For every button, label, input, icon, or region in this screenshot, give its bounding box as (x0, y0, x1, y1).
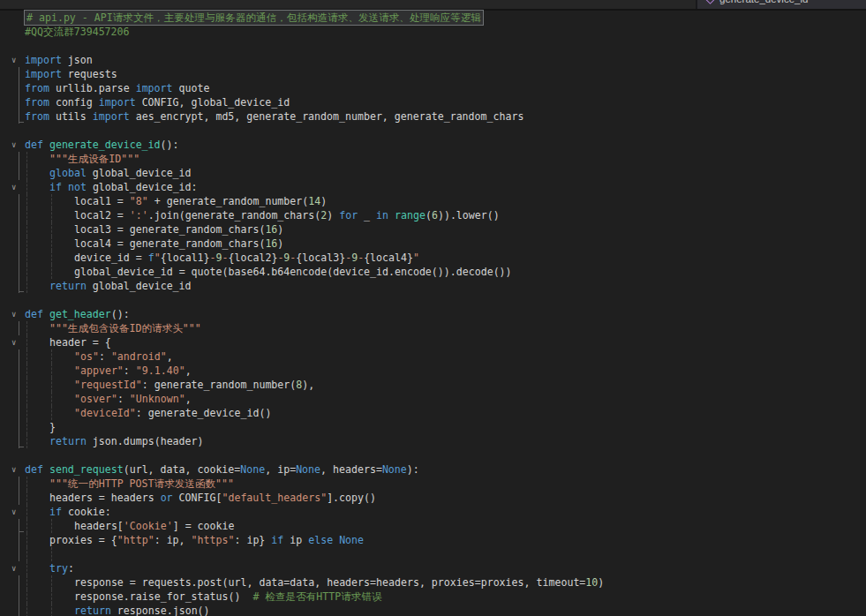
gutter (0, 81, 25, 95)
indent-guide (26, 434, 27, 448)
code-line[interactable]: local2 = ':'.join(generate_random_chars(… (0, 208, 866, 222)
code-line[interactable]: local4 = generate_random_chars(16) (0, 237, 866, 251)
code-line[interactable]: headers['Cookie'] = cookie (0, 519, 866, 533)
code-token: from (25, 96, 49, 109)
fold-range-line (19, 194, 19, 208)
code-token: " (154, 252, 161, 264)
code-line[interactable]: ∨if cookie: (0, 505, 866, 519)
code-token: 16 (265, 223, 277, 236)
code-line[interactable] (0, 39, 866, 53)
indent-guide (51, 519, 52, 533)
code-token: # api.py - API请求文件，主要处理与服务器的通信，包括构造请求、发送… (26, 11, 481, 24)
fold-chevron-icon[interactable]: ∨ (11, 53, 16, 67)
code-token: None (382, 463, 407, 476)
line-content: global global_device_id (49, 166, 192, 180)
line-content: "requestId": generate_random_number(8), (74, 378, 314, 392)
line-content: if cookie: (49, 505, 111, 519)
gutter: ∨ (0, 505, 25, 519)
code-line[interactable]: # api.py - API请求文件，主要处理与服务器的通信，包括构造请求、发送… (0, 11, 866, 25)
fold-chevron-icon[interactable]: ∨ (11, 462, 16, 477)
fold-range-line (19, 152, 19, 166)
symbol-popup[interactable]: generate_device_id (696, 0, 866, 10)
fold-range-line (19, 222, 19, 237)
code-line[interactable] (0, 547, 866, 561)
code-area[interactable]: # api.py - API请求文件，主要处理与服务器的通信，包括构造请求、发送… (0, 11, 866, 616)
code-token: else (308, 534, 333, 546)
code-line[interactable]: ∨try: (0, 561, 866, 575)
code-line[interactable]: headers = headers or CONFIG["default_hea… (0, 491, 866, 505)
code-line-text (25, 124, 866, 138)
fold-range-line (19, 547, 19, 561)
indent-guide (26, 321, 27, 335)
code-line[interactable]: return json.dumps(header) (0, 434, 866, 448)
code-line[interactable]: ∨import json (0, 53, 866, 67)
code-line[interactable]: from utils import aes_encrypt, md5, gene… (0, 109, 866, 124)
code-line[interactable]: "deviceId": generate_device_id() (0, 406, 866, 420)
code-line[interactable]: device_id = f"{local1}-9-{local2}-9-{loc… (0, 251, 866, 265)
code-line-text (25, 293, 866, 307)
code-token: - (222, 252, 229, 264)
code-line[interactable]: response.raise_for_status() # 检查是否有HTTP请… (0, 590, 866, 604)
symbol-method-icon (704, 0, 716, 4)
fold-chevron-icon[interactable]: ∨ (11, 180, 16, 194)
code-line[interactable]: ∨def get_header(): (0, 307, 866, 321)
code-line[interactable]: "os": "android", (0, 349, 866, 364)
code-token: 6 (432, 209, 438, 222)
code-token: cookie: (62, 506, 111, 518)
indent-guide (26, 477, 27, 491)
code-line[interactable]: return global_device_id (0, 279, 866, 293)
code-line[interactable]: return response.json() (0, 604, 866, 616)
code-line[interactable]: local1 = "8" + generate_random_number(14… (0, 194, 866, 208)
code-line[interactable]: global global_device_id (0, 166, 866, 180)
code-line[interactable]: """生成包含设备ID的请求头""" (0, 321, 866, 335)
code-token: .join(generate_random_chars( (148, 209, 320, 222)
code-token: "android" (111, 350, 167, 363)
code-line[interactable]: from config import CONFIG, global_device… (0, 95, 866, 109)
gutter (0, 434, 25, 448)
fold-range-line (19, 279, 19, 293)
line-content: local1 = "8" + generate_random_number(14… (74, 194, 327, 208)
code-token: global_device_id: (87, 181, 198, 193)
code-token: " (413, 252, 419, 264)
code-token: def (25, 308, 49, 320)
code-line[interactable] (0, 448, 866, 462)
fold-chevron-icon[interactable]: ∨ (11, 505, 16, 519)
code-line[interactable]: ∨def send_request(url, data, cookie=None… (0, 462, 866, 477)
code-line[interactable]: import requests (0, 67, 866, 81)
code-line[interactable]: proxies = {"http": ip, "https": ip} if i… (0, 533, 866, 547)
indent-guide (51, 406, 52, 420)
fold-range-line (19, 477, 19, 491)
code-line[interactable]: """生成设备ID""" (0, 152, 866, 166)
code-line[interactable]: #QQ交流群739457206 (0, 25, 866, 39)
code-line[interactable]: } (0, 420, 866, 434)
fold-chevron-icon[interactable]: ∨ (11, 335, 16, 349)
code-line[interactable]: ∨def generate_device_id(): (0, 138, 866, 152)
code-line[interactable]: "osver": "Unknown", (0, 392, 866, 406)
code-token: 14 (308, 195, 320, 207)
code-token: ) (320, 195, 327, 207)
code-line[interactable]: from urllib.parse import quote (0, 81, 866, 95)
code-token: headers = headers (49, 492, 161, 504)
code-line[interactable] (0, 293, 866, 307)
indent-guide (51, 265, 52, 279)
code-line[interactable]: global_device_id = quote(base64.b64encod… (0, 265, 866, 279)
code-line[interactable]: local3 = generate_random_chars(16) (0, 222, 866, 237)
fold-chevron-icon[interactable]: ∨ (11, 561, 16, 575)
fold-chevron-icon[interactable]: ∨ (11, 307, 16, 321)
line-content: return global_device_id (49, 279, 192, 293)
code-token: , (185, 393, 192, 405)
line-content: device_id = f"{local1}-9-{local2}-9-{loc… (74, 251, 419, 265)
code-line[interactable]: "requestId": generate_random_number(8), (0, 378, 866, 392)
fold-chevron-icon[interactable]: ∨ (11, 138, 16, 152)
code-token: """生成设备ID""" (49, 153, 139, 165)
code-line[interactable]: "appver": "9.1.40", (0, 364, 866, 378)
code-line[interactable]: response = requests.post(url, data=data,… (0, 575, 866, 590)
code-token: config (49, 96, 99, 109)
code-line[interactable]: ∨if not global_device_id: (0, 180, 866, 194)
fold-range-line (19, 349, 19, 364)
code-line-text: def send_request(url, data, cookie=None,… (25, 462, 866, 477)
code-line[interactable] (0, 124, 866, 138)
code-line[interactable]: ∨header = { (0, 335, 866, 349)
line-content: from urllib.parse import quote (25, 81, 209, 95)
code-line[interactable]: """统一的HTTP POST请求发送函数""" (0, 477, 866, 491)
